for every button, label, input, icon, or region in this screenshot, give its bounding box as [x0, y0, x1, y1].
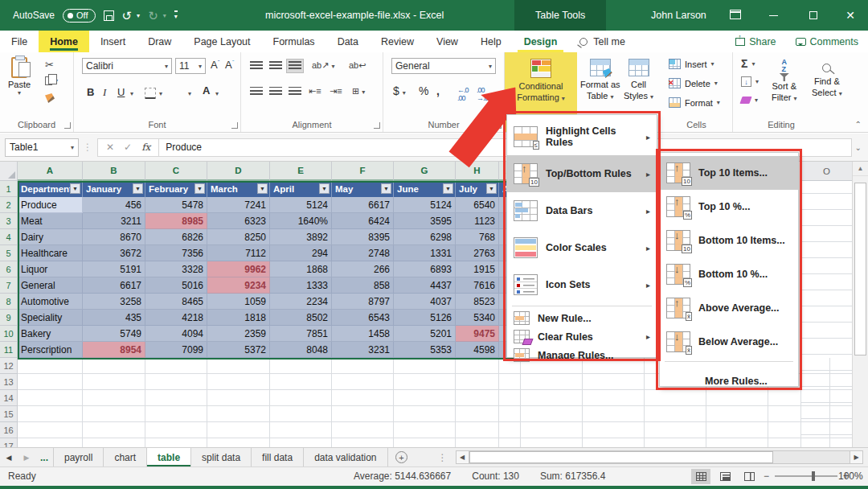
cell[interactable]: Perscription: [18, 342, 83, 358]
empty-cell[interactable]: [83, 358, 145, 374]
empty-cell[interactable]: [332, 390, 394, 406]
page-break-view-button[interactable]: [739, 469, 759, 484]
menu-item-top-10-items[interactable]: ↑10Top 10 Items...: [660, 156, 798, 190]
cell[interactable]: 4598: [456, 342, 499, 358]
cell[interactable]: 7241: [207, 197, 270, 213]
cell[interactable]: 456: [83, 197, 145, 213]
filter-dropdown-icon[interactable]: ▼: [381, 183, 391, 194]
cell[interactable]: 7356: [145, 245, 207, 261]
empty-cell[interactable]: [207, 358, 270, 374]
cell[interactable]: Healthcare: [18, 245, 83, 261]
empty-cell[interactable]: [18, 422, 83, 438]
filter-dropdown-icon[interactable]: ▼: [486, 183, 497, 194]
align-center-icon[interactable]: [267, 84, 285, 99]
contextual-tab-table-tools[interactable]: Table Tools: [514, 0, 606, 31]
row-number-8[interactable]: 8: [0, 294, 18, 310]
empty-cell[interactable]: [83, 390, 145, 406]
cell-styles-button[interactable]: CellStyles ▾: [624, 59, 653, 102]
empty-cell[interactable]: [207, 374, 270, 390]
cell[interactable]: 294: [270, 245, 332, 261]
horizontal-scroll-thumb[interactable]: [469, 451, 774, 463]
tab-view[interactable]: View: [425, 31, 469, 52]
cell[interactable]: 8523: [456, 294, 499, 310]
align-middle-icon[interactable]: [267, 59, 285, 73]
collapse-ribbon-icon[interactable]: ⌃: [855, 120, 862, 129]
fill-color-dropdown-icon[interactable]: ▾: [188, 90, 191, 97]
empty-cell[interactable]: [332, 422, 394, 438]
filter-dropdown-icon[interactable]: ▼: [443, 183, 453, 194]
table-header-july[interactable]: July▼: [456, 181, 499, 197]
empty-cell[interactable]: [270, 374, 332, 390]
confirm-entry-icon[interactable]: ✓: [124, 142, 132, 153]
scroll-up-icon[interactable]: ▲: [853, 162, 868, 176]
autosave-toggle[interactable]: Off: [63, 9, 95, 23]
font-color-dropdown-icon[interactable]: ▾: [215, 90, 219, 97]
cell[interactable]: 6298: [394, 229, 456, 245]
format-cells-button[interactable]: Format▾: [669, 97, 720, 108]
row-number-12[interactable]: 12: [0, 358, 18, 374]
menu-item-manage-rules[interactable]: Manage Rules...: [507, 346, 657, 364]
empty-cell[interactable]: [394, 422, 456, 438]
empty-cell[interactable]: [332, 374, 394, 390]
cell[interactable]: 4094: [145, 326, 207, 342]
scroll-left-icon[interactable]: ◀: [456, 450, 469, 464]
paste-button[interactable]: Paste▾: [8, 57, 31, 97]
zoom-slider-thumb[interactable]: [812, 471, 815, 481]
cell[interactable]: 1868: [270, 261, 332, 277]
filter-dropdown-icon[interactable]: ▼: [319, 183, 330, 194]
table-header-department[interactable]: Department▼: [18, 181, 83, 197]
sheet-tab-payroll[interactable]: payroll: [53, 448, 104, 466]
cell[interactable]: 266: [332, 261, 394, 277]
table-header-june[interactable]: June▼: [394, 181, 456, 197]
menu-item-color-scales[interactable]: Color Scales▸: [507, 229, 657, 266]
empty-cell[interactable]: [207, 438, 270, 447]
row-number-11[interactable]: 11: [0, 342, 18, 358]
cell[interactable]: 3258: [83, 294, 145, 310]
row-number-15[interactable]: 15: [0, 406, 18, 422]
fill-button[interactable]: ↓▾: [741, 76, 759, 87]
cell[interactable]: Bakery: [18, 326, 83, 342]
menu-item-bottom-10[interactable]: ↓%Bottom 10 %...: [660, 257, 798, 291]
empty-cell[interactable]: [145, 406, 207, 422]
insert-cells-button[interactable]: Insert▾: [669, 59, 714, 69]
cell[interactable]: 5340: [456, 310, 499, 326]
empty-cell[interactable]: [270, 422, 332, 438]
empty-cell[interactable]: [207, 406, 270, 422]
empty-cell[interactable]: [499, 374, 521, 390]
clipboard-dialog-launcher[interactable]: [64, 122, 71, 129]
empty-cell[interactable]: [394, 374, 456, 390]
cell[interactable]: Speciality: [18, 310, 83, 326]
empty-cell[interactable]: [145, 358, 207, 374]
underline-dropdown-icon[interactable]: ▾: [130, 90, 133, 97]
cell[interactable]: 5191: [83, 261, 145, 277]
column-header-c[interactable]: C: [145, 162, 207, 181]
name-box[interactable]: Table1▾: [5, 138, 79, 157]
empty-cell[interactable]: [332, 358, 394, 374]
row-number-7[interactable]: 7: [0, 277, 18, 294]
cell[interactable]: Automotive: [18, 294, 83, 310]
column-header-e[interactable]: E: [270, 162, 332, 181]
empty-cell[interactable]: [456, 422, 499, 438]
format-painter-button[interactable]: [45, 91, 55, 105]
tab-tell-me[interactable]: Tell me: [568, 31, 637, 52]
row-number-4[interactable]: 4: [0, 229, 18, 245]
empty-cell[interactable]: [18, 390, 83, 406]
row-number-10[interactable]: 10: [0, 326, 18, 342]
empty-cell[interactable]: [332, 438, 394, 447]
menu-item-bottom-10-items[interactable]: ↓10Bottom 10 Items...: [660, 224, 798, 257]
cell[interactable]: 3595: [394, 213, 456, 229]
cell[interactable]: 1123: [456, 213, 499, 229]
autosum-button[interactable]: Σ▾: [741, 57, 755, 70]
empty-cell[interactable]: [270, 406, 332, 422]
empty-cell[interactable]: [18, 358, 83, 374]
font-size-select[interactable]: 11▾: [175, 58, 206, 74]
cell[interactable]: 8797: [332, 294, 394, 310]
cell[interactable]: 2359: [207, 326, 270, 342]
filter-dropdown-icon[interactable]: ▼: [133, 183, 143, 194]
cell[interactable]: Meat: [18, 213, 83, 229]
column-header-f[interactable]: F: [332, 162, 394, 181]
cell[interactable]: 3231: [332, 342, 394, 358]
vertical-scrollbar[interactable]: ▲: [852, 162, 868, 447]
cell[interactable]: 1640%: [270, 213, 332, 229]
delete-cells-button[interactable]: Delete▾: [669, 78, 718, 88]
